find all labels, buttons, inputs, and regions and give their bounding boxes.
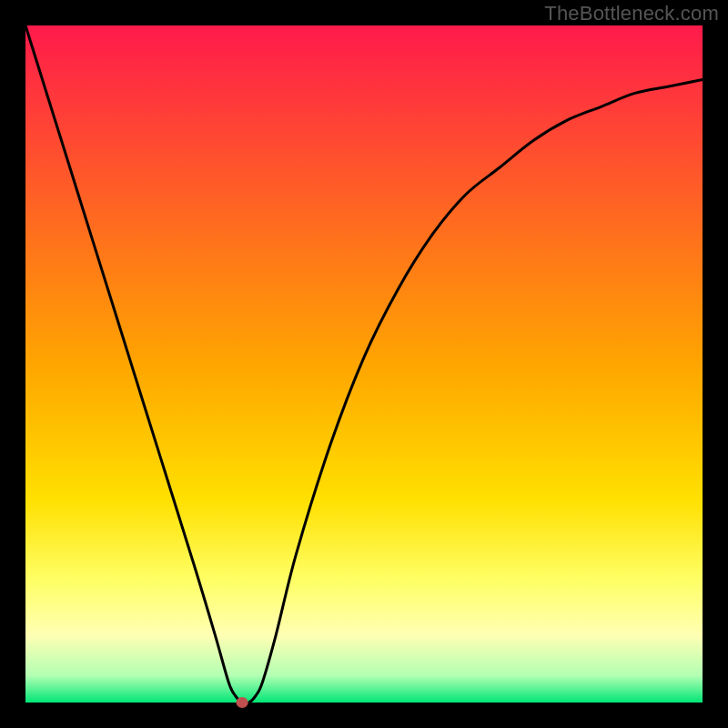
chart-stage: TheBottleneck.com — [0, 0, 728, 728]
chart-background-gradient — [25, 25, 703, 703]
bottleneck-chart — [0, 0, 728, 728]
optimal-point-marker — [236, 697, 248, 708]
watermark-label: TheBottleneck.com — [544, 2, 719, 25]
